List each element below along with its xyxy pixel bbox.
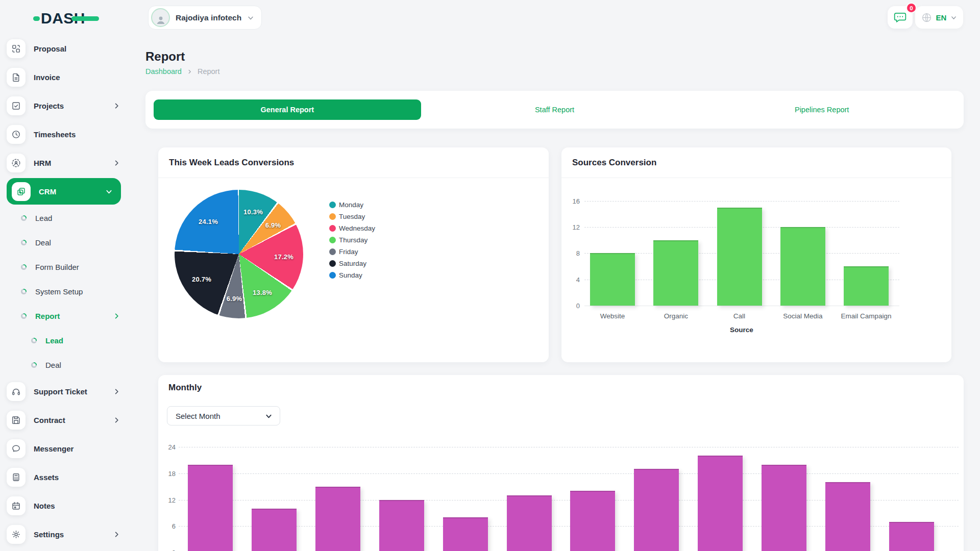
pie-value-label: 6.9%	[265, 221, 281, 229]
chevron-right-icon	[113, 312, 120, 320]
bar-website[interactable]	[590, 253, 635, 306]
brand-logo: DASH	[41, 9, 85, 28]
card-title: Sources Conversion	[561, 147, 951, 178]
sidebar-item-invoice[interactable]: Invoice	[0, 63, 131, 91]
sidebar-sub-item-report[interactable]: Report	[0, 304, 131, 328]
sidebar-item-proposal[interactable]: Proposal	[0, 34, 131, 63]
sidebar-item-label: Proposal	[34, 44, 120, 53]
sidebar-nav: ProposalInvoiceProjectsTimesheetsHRMCRML…	[0, 34, 131, 548]
sidebar-sub-item-system-setup[interactable]: System Setup	[0, 279, 131, 304]
sidebar-item-messenger[interactable]: Messenger	[0, 434, 131, 463]
bar-6[interactable]	[507, 495, 552, 551]
sidebar-item-label: Messenger	[34, 444, 120, 453]
bar-4[interactable]	[379, 500, 424, 551]
x-axis-title: Source	[730, 326, 753, 334]
bar-9[interactable]	[698, 456, 743, 551]
chevron-down-icon	[247, 14, 254, 21]
headset-icon	[7, 382, 26, 401]
legend-item-friday[interactable]: Friday	[329, 246, 375, 258]
chevron-down-icon	[950, 14, 957, 21]
chevron-right-icon	[113, 531, 120, 538]
sidebar-item-label: CRM	[39, 187, 105, 196]
avatar	[151, 8, 170, 27]
bar-organic[interactable]	[653, 240, 698, 306]
sidebar-item-label: HRM	[34, 159, 113, 167]
tab-pipelines-report[interactable]: Pipelines Report	[688, 99, 955, 120]
sources-conversion-card: Sources Conversion Source 0481216Website…	[561, 147, 951, 362]
chevron-down-icon	[105, 188, 113, 195]
breadcrumb-dashboard-link[interactable]: Dashboard	[145, 67, 182, 76]
bar-1[interactable]	[188, 465, 233, 551]
sidebar-item-label: Support Ticket	[34, 387, 113, 396]
legend-dot	[329, 225, 336, 232]
sidebar-item-projects[interactable]: Projects	[0, 91, 131, 120]
legend-item-tuesday[interactable]: Tuesday	[329, 211, 375, 222]
sidebar-item-assets[interactable]: Assets	[0, 463, 131, 491]
pie-chart-area: MondayTuesdayWednesdayThursdayFridaySatu…	[158, 178, 549, 362]
sidebar-subsub-item-deal[interactable]: Deal	[0, 353, 131, 377]
sidebar-item-settings[interactable]: Settings	[0, 520, 131, 548]
sidebar-item-label: System Setup	[35, 287, 120, 296]
pie-value-label: 13.8%	[253, 289, 272, 296]
bullet-ring-icon	[21, 215, 27, 221]
bullet-ring-icon	[21, 240, 27, 245]
bar-email-campaign[interactable]	[844, 266, 889, 306]
legend-dot	[329, 202, 336, 208]
bar-2[interactable]	[252, 509, 297, 551]
legend-item-monday[interactable]: Monday	[329, 199, 375, 211]
bar-5[interactable]	[443, 517, 488, 551]
tab-staff-report[interactable]: Staff Report	[421, 99, 689, 120]
bullet-ring-icon	[31, 338, 37, 343]
monthly-card: Monthly Select Month 06121824	[158, 375, 964, 551]
y-axis-tick: 24	[160, 443, 176, 451]
x-axis-line	[584, 306, 899, 306]
save-icon	[7, 411, 26, 430]
pie-value-label: 6.9%	[227, 295, 242, 303]
swap-boxes-icon	[7, 39, 26, 58]
calendar-icon	[7, 496, 26, 515]
tab-general-report[interactable]: General Report	[154, 99, 421, 120]
legend-label: Thursday	[339, 236, 368, 244]
sidebar-sub-item-deal[interactable]: Deal	[0, 230, 131, 255]
legend-item-saturday[interactable]: Saturday	[329, 258, 375, 269]
workspace-selector[interactable]: Rajodiya infotech	[148, 6, 262, 30]
bullet-ring-icon	[21, 289, 27, 294]
sidebar-item-label: Lead	[45, 336, 120, 345]
bar-8[interactable]	[634, 469, 679, 551]
chart-legend: MondayTuesdayWednesdayThursdayFridaySatu…	[329, 199, 375, 281]
sidebar-item-label: Form Builder	[35, 263, 120, 271]
chat-icon	[893, 11, 907, 24]
bar-call[interactable]	[717, 208, 762, 306]
sidebar-item-support-ticket[interactable]: Support Ticket	[0, 377, 131, 406]
language-selector[interactable]: EN	[915, 6, 963, 29]
bar-social-media[interactable]	[780, 227, 825, 306]
bar-3[interactable]	[315, 487, 360, 551]
bar-10[interactable]	[762, 465, 806, 551]
sidebar-item-label: Report	[35, 312, 113, 320]
sidebar-subsub-item-lead[interactable]: Lead	[0, 328, 131, 353]
sidebar-item-hrm[interactable]: HRM	[0, 148, 131, 177]
legend-item-wednesday[interactable]: Wednesday	[329, 222, 375, 234]
sidebar-item-contract[interactable]: Contract	[0, 406, 131, 434]
messages-button[interactable]: 0	[888, 6, 913, 29]
card-title: This Week Leads Conversions	[158, 147, 549, 178]
sidebar-sub-item-lead[interactable]: Lead	[0, 206, 131, 230]
sidebar-item-timesheets[interactable]: Timesheets	[0, 120, 131, 148]
person-scan-icon	[7, 154, 26, 172]
sidebar-item-crm[interactable]: CRM	[7, 178, 121, 205]
bar-7[interactable]	[570, 491, 615, 551]
sidebar-sub-item-form-builder[interactable]: Form Builder	[0, 255, 131, 279]
gridline	[584, 201, 899, 202]
legend-item-thursday[interactable]: Thursday	[329, 234, 375, 246]
legend-item-sunday[interactable]: Sunday	[329, 269, 375, 281]
sidebar-item-label: Invoice	[34, 73, 120, 82]
pie-value-label: 17.2%	[274, 253, 293, 261]
clock-icon	[7, 125, 26, 144]
bar-11[interactable]	[825, 482, 870, 551]
language-code: EN	[936, 13, 947, 22]
bar-12[interactable]	[889, 522, 934, 551]
workspace-name: Rajodiya infotech	[176, 13, 241, 22]
y-axis-tick: 6	[160, 522, 176, 530]
sidebar-item-notes[interactable]: Notes	[0, 491, 131, 520]
x-axis-label: Organic	[664, 312, 688, 320]
